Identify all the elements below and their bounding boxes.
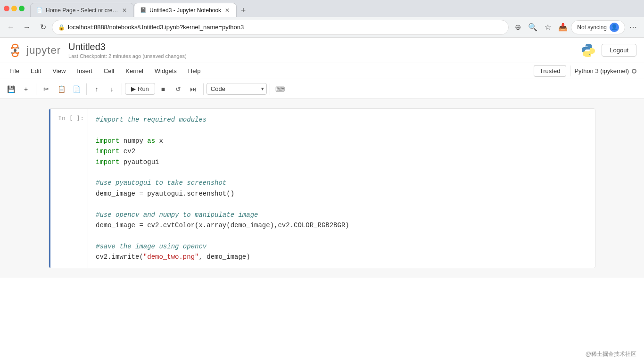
code-blank-4 — [96, 230, 587, 241]
bookmark-button[interactable]: ☆ — [541, 20, 555, 34]
back-button[interactable]: ← — [4, 20, 18, 34]
sync-button[interactable]: Not syncing 👤 — [571, 20, 625, 34]
svg-point-3 — [17, 47, 19, 49]
maximize-window-button[interactable] — [19, 6, 25, 11]
tab-bar: 📄 Home Page - Select or create a ... ✕ 📓… — [30, 0, 640, 17]
forward-button[interactable]: → — [20, 20, 34, 34]
reload-button[interactable]: ↻ — [36, 20, 50, 34]
svg-point-6 — [14, 49, 17, 52]
address-bar[interactable]: 🔒 localhost:8888/notebooks/Untitled3.ipy… — [52, 20, 509, 35]
code-comment-1: #import the required modules — [96, 115, 587, 125]
run-label: Run — [138, 85, 149, 92]
notebook-content: In [ ]: #import the required modules imp… — [0, 99, 644, 278]
browser-tab-2[interactable]: 📓 Untitled3 - Jupyter Notebook ✕ — [134, 3, 237, 17]
menu-insert[interactable]: Insert — [71, 65, 98, 77]
code-comment-2: #use pyautogui to take screenshot — [96, 178, 587, 188]
cell-type-wrapper: Code Markdown Raw NBConvert Heading — [206, 83, 267, 95]
notebook-title-area: Untitled3 Last Checkpoint: 2 minutes ago… — [68, 41, 187, 59]
menu-kernel[interactable]: Kernel — [120, 65, 149, 77]
kernel-label: Python 3 (ipykernel) — [574, 67, 629, 74]
toolbar-separator-4 — [203, 83, 204, 95]
tab2-title: Untitled3 - Jupyter Notebook — [149, 7, 221, 14]
cell-prompt: In [ ]: — [50, 109, 88, 268]
menu-help[interactable]: Help — [182, 65, 206, 77]
svg-point-7 — [586, 46, 587, 47]
jupyter-logo: jupyter — [8, 43, 61, 58]
toolbar-separator-3 — [122, 83, 122, 95]
collections-button[interactable]: 📥 — [556, 20, 570, 34]
notebook-title[interactable]: Untitled3 — [68, 41, 187, 52]
code-import-cv2: import cv2 — [96, 146, 587, 156]
tab1-title: Home Page - Select or create a ... — [46, 7, 118, 14]
code-import-pyautogui: import pyautogui — [96, 157, 587, 167]
save-button[interactable]: 💾 — [4, 82, 18, 96]
page-footer: @稀土掘金技术社区 — [586, 350, 636, 358]
jupyter-header: jupyter Untitled3 Last Checkpoint: 2 min… — [0, 38, 644, 63]
menu-view[interactable]: View — [47, 65, 71, 77]
minimize-window-button[interactable] — [11, 6, 17, 11]
add-cell-button[interactable]: + — [19, 82, 33, 96]
cell-code-content[interactable]: #import the required modules import nump… — [88, 109, 595, 268]
cell-type-select[interactable]: Code Markdown Raw NBConvert Heading — [206, 83, 267, 95]
toolbar-separator-1 — [36, 83, 36, 95]
tab1-close-button[interactable]: ✕ — [121, 7, 128, 14]
run-icon: ▶ — [131, 85, 136, 92]
cell-container: In [ ]: #import the required modules imp… — [49, 108, 595, 268]
move-down-button[interactable]: ↓ — [105, 82, 119, 96]
kernel-status-circle — [632, 69, 636, 74]
logout-button[interactable]: Logout — [602, 44, 636, 57]
jupyter-app: jupyter Untitled3 Last Checkpoint: 2 min… — [0, 38, 644, 362]
move-up-button[interactable]: ↑ — [90, 82, 104, 96]
restart-button[interactable]: ↺ — [171, 82, 185, 96]
menu-cell[interactable]: Cell — [98, 65, 120, 77]
code-imwrite: cv2.imwrite("demo_two.png", demo_image) — [96, 252, 587, 262]
toolbar-separator-5 — [270, 83, 270, 95]
svg-point-2 — [11, 47, 13, 49]
code-import-numpy: import numpy as x — [96, 136, 587, 146]
menu-widgets[interactable]: Widgets — [149, 65, 182, 77]
settings-button[interactable]: ⋯ — [626, 20, 640, 34]
browser-toolbar-actions: ⊕ 🔍 ☆ 📥 Not syncing 👤 ⋯ — [511, 20, 640, 34]
jupyter-header-right: Logout — [581, 43, 636, 58]
code-comment-4: #save the image using opencv — [96, 241, 587, 252]
code-comment-3: #use opencv and numpy to manipulate imag… — [96, 210, 587, 220]
run-button[interactable]: ▶ Run — [125, 83, 155, 95]
code-screenshot: demo_image = pyautogui.screenshot() — [96, 189, 587, 199]
menu-edit[interactable]: Edit — [25, 65, 47, 77]
tab2-favicon: 📓 — [140, 7, 147, 14]
zoom-button[interactable]: 🔍 — [526, 20, 540, 34]
tab1-favicon: 📄 — [36, 7, 43, 14]
notebook-checkpoint: Last Checkpoint: 2 minutes ago (unsaved … — [68, 53, 187, 59]
keyboard-shortcuts-button[interactable]: ⌨ — [273, 82, 287, 96]
browser-toolbar: ← → ↻ 🔒 localhost:8888/notebooks/Untitle… — [0, 17, 644, 38]
sync-label: Not syncing — [577, 24, 607, 31]
menu-file[interactable]: File — [4, 65, 25, 77]
copy-cell-button[interactable]: 📋 — [54, 82, 68, 96]
svg-point-5 — [17, 52, 19, 54]
watermark-text: @稀土掘金技术社区 — [586, 351, 636, 357]
cut-cell-button[interactable]: ✂ — [39, 82, 53, 96]
jupyter-logo-text: jupyter — [26, 44, 61, 57]
svg-point-4 — [11, 52, 13, 54]
reader-mode-button[interactable]: ⊕ — [511, 20, 525, 34]
sync-avatar: 👤 — [610, 23, 619, 32]
code-blank-2 — [96, 167, 587, 178]
browser-titlebar: 📄 Home Page - Select or create a ... ✕ 📓… — [0, 0, 644, 17]
code-blank-1 — [96, 125, 587, 135]
interrupt-button[interactable]: ■ — [156, 82, 170, 96]
code-blank-3 — [96, 199, 587, 209]
jupyter-logo-icon — [8, 43, 23, 58]
tab2-close-button[interactable]: ✕ — [224, 7, 231, 14]
window-controls — [4, 6, 25, 11]
close-window-button[interactable] — [4, 6, 9, 11]
paste-cell-button[interactable]: 📄 — [69, 82, 83, 96]
code-cell[interactable]: In [ ]: #import the required modules imp… — [49, 109, 595, 268]
toolbar-separator-2 — [86, 83, 87, 95]
svg-point-1 — [12, 53, 18, 57]
trusted-button[interactable]: Trusted — [534, 65, 567, 77]
code-cvtcolor: demo_image = cv2.cvtColor(x.array(demo_i… — [96, 220, 587, 230]
restart-run-button[interactable]: ⏭ — [186, 82, 200, 96]
new-tab-button[interactable]: + — [237, 4, 250, 17]
kernel-indicator: Python 3 (ipykernel) — [570, 66, 640, 76]
browser-tab-1[interactable]: 📄 Home Page - Select or create a ... ✕ — [30, 3, 134, 17]
